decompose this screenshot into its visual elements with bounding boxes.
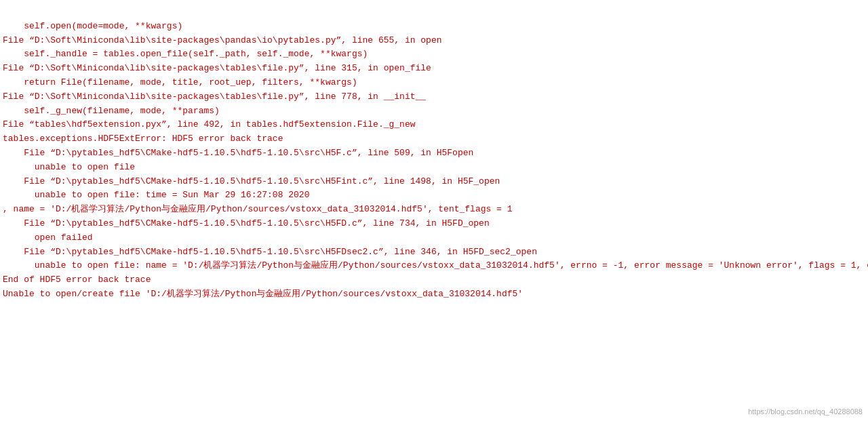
error-line: File “tables\hdf5extension.pyx”, line 49… bbox=[3, 118, 863, 132]
error-line: unable to open file: name = 'D:/机器学习算法/P… bbox=[3, 259, 863, 273]
error-output: self.open(mode=mode, **kwargs)File “D:\S… bbox=[3, 5, 863, 302]
error-line: tables.exceptions.HDF5ExtError: HDF5 err… bbox=[3, 132, 863, 146]
error-line: unable to open file bbox=[3, 161, 863, 175]
error-line: End of HDF5 error back trace bbox=[3, 273, 863, 287]
error-line: File “D:\pytables_hdf5\CMake-hdf5-1.10.5… bbox=[3, 217, 863, 231]
error-line: open failed bbox=[3, 231, 863, 245]
error-line: unable to open file: time = Sun Mar 29 1… bbox=[3, 188, 863, 203]
error-line: File “D:\pytables_hdf5\CMake-hdf5-1.10.5… bbox=[3, 175, 863, 189]
error-line: File “D:\pytables_hdf5\CMake-hdf5-1.10.5… bbox=[3, 245, 863, 260]
error-line: , name = 'D:/机器学习算法/Python与金融应用/Python/s… bbox=[3, 203, 863, 217]
error-line: File “D:\Soft\Miniconda\lib\site-package… bbox=[3, 90, 863, 104]
error-line: File “D:\Soft\Miniconda\lib\site-package… bbox=[3, 62, 863, 76]
error-line: File “D:\Soft\Miniconda\lib\site-package… bbox=[3, 34, 863, 48]
error-line: self._g_new(filename, mode, **params) bbox=[3, 104, 863, 119]
error-line: return File(filename, mode, title, root_… bbox=[3, 76, 863, 90]
error-line: File “D:\pytables_hdf5\CMake-hdf5-1.10.5… bbox=[3, 146, 863, 161]
error-line: self._handle = tables.open_file(self._pa… bbox=[3, 47, 863, 62]
error-line: Unable to open/create file 'D:/机器学习算法/Py… bbox=[3, 287, 863, 302]
watermark: https://blog.csdn.net/qq_40288088 bbox=[748, 407, 863, 416]
error-line: self.open(mode=mode, **kwargs) bbox=[3, 20, 863, 34]
